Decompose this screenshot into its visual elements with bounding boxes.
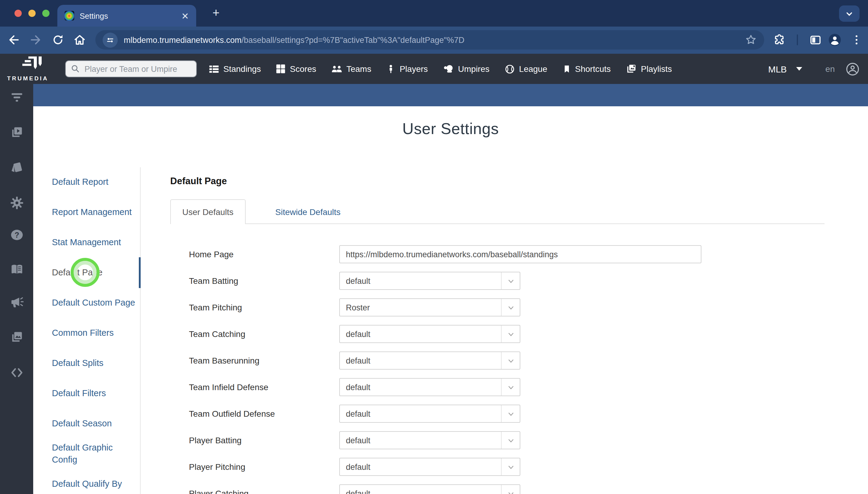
settings-menu-item[interactable]: Default Filters <box>52 379 140 409</box>
select-dropdown[interactable]: Roster <box>339 298 520 317</box>
tab-user-defaults[interactable]: User Defaults <box>170 199 246 224</box>
account-icon[interactable] <box>846 62 860 76</box>
chevron-down-icon <box>501 405 520 422</box>
gallery-icon[interactable] <box>10 330 23 344</box>
trumedia-brand-text[interactable]: TRUMEDIA <box>1 75 54 81</box>
primary-nav: Standings Scores Teams Players Umpires L… <box>209 54 672 84</box>
tab-close-icon[interactable]: ✕ <box>181 11 189 20</box>
code-icon[interactable] <box>10 366 23 379</box>
settings-main: Default Page User Defaults Sitewide Defa… <box>170 106 868 494</box>
settings-menu-item[interactable]: Stat Management <box>52 228 140 258</box>
settings-menu-item[interactable]: Default Page <box>52 258 140 288</box>
nav-shortcuts[interactable]: Shortcuts <box>562 64 611 74</box>
browser-window: Settings ✕ + mlbdemo.trumedianetworks.co… <box>0 0 868 494</box>
select-dropdown[interactable]: default <box>339 378 520 396</box>
field-label: Team Batting <box>189 276 238 286</box>
toolbar-divider <box>797 34 798 45</box>
gear-icon[interactable] <box>10 196 23 210</box>
url-text: mlbdemo.trumedianetworks.com/baseball/se… <box>124 35 465 44</box>
settings-menu-item[interactable]: Default Qualify By <box>52 469 140 494</box>
bookmark-star-icon[interactable] <box>745 34 757 46</box>
filter-icon[interactable] <box>10 91 23 104</box>
teams-icon <box>331 63 342 74</box>
form-row: Team Infield Defense default <box>170 378 825 396</box>
browser-menu-kebab-icon[interactable] <box>850 33 863 46</box>
nav-scores[interactable]: Scores <box>276 64 316 74</box>
help-icon[interactable]: ? <box>10 228 23 242</box>
player-icon <box>386 64 395 74</box>
side-panel-icon[interactable] <box>809 33 822 46</box>
select-dropdown[interactable]: default <box>339 458 520 476</box>
address-bar[interactable]: mlbdemo.trumedianetworks.com/baseball/se… <box>95 30 764 50</box>
active-menu-indicator <box>139 257 141 288</box>
nav-teams[interactable]: Teams <box>331 63 371 74</box>
video-library-icon[interactable] <box>10 126 23 139</box>
browser-tab[interactable]: Settings ✕ <box>57 5 196 26</box>
home-button[interactable] <box>73 33 86 46</box>
section-heading: Default Page <box>170 176 227 187</box>
standings-icon <box>209 64 219 74</box>
league-selector[interactable]: MLB <box>768 64 803 74</box>
window-controls <box>15 10 50 17</box>
nav-players[interactable]: Players <box>386 64 428 74</box>
nav-standings[interactable]: Standings <box>209 64 261 74</box>
trumedia-logo-icon[interactable] <box>22 56 43 74</box>
back-button[interactable] <box>7 33 21 46</box>
megaphone-icon[interactable] <box>10 296 23 309</box>
chevron-down-icon <box>844 8 855 19</box>
select-dropdown[interactable]: default <box>339 431 520 449</box>
scores-icon <box>276 64 286 74</box>
extensions-icon[interactable] <box>773 33 786 46</box>
forward-button[interactable] <box>29 33 42 46</box>
settings-menu-item[interactable]: Default Report <box>52 167 140 197</box>
settings-menu-item[interactable]: Default Splits <box>52 348 140 379</box>
cards-icon[interactable] <box>10 160 23 174</box>
tab-search-button[interactable] <box>839 5 860 22</box>
settings-menu-item[interactable]: Default Custom Page <box>52 288 140 318</box>
book-icon[interactable] <box>10 263 23 276</box>
field-label: Player Batting <box>189 435 241 445</box>
tab-favicon <box>64 11 74 21</box>
text-input[interactable] <box>339 245 702 263</box>
minimize-window-button[interactable] <box>28 10 36 17</box>
reload-button[interactable] <box>51 33 64 46</box>
select-dropdown[interactable]: default <box>339 272 520 290</box>
zoom-window-button[interactable] <box>42 10 50 17</box>
page-header-band <box>33 84 868 106</box>
browser-profile-avatar[interactable] <box>828 33 842 46</box>
settings-menu-item[interactable]: Default Graphic Config <box>52 439 140 469</box>
settings-page: User Settings Default ReportReport Manag… <box>33 106 868 494</box>
site-info-icon[interactable] <box>103 32 118 48</box>
baseball-icon <box>505 64 515 74</box>
close-window-button[interactable] <box>15 10 22 17</box>
field-label: Home Page <box>189 249 234 259</box>
tab-sitewide-defaults[interactable]: Sitewide Defaults <box>275 199 340 224</box>
playlists-icon <box>626 63 637 74</box>
svg-text:?: ? <box>15 231 19 239</box>
umpire-mitt-icon <box>443 63 454 74</box>
global-search-input[interactable]: Player or Team or Umpire <box>65 60 197 77</box>
nav-umpires[interactable]: Umpires <box>443 63 490 74</box>
select-dropdown[interactable]: default <box>339 405 520 423</box>
chevron-down-icon <box>501 272 520 289</box>
settings-menu-item[interactable]: Common Filters <box>52 318 140 348</box>
form-row: Team Batting default <box>170 272 825 290</box>
select-dropdown[interactable]: default <box>339 484 520 494</box>
search-placeholder: Player or Team or Umpire <box>84 64 177 73</box>
form-row: Team Baserunning default <box>170 352 825 369</box>
settings-menu-item[interactable]: Report Management <box>52 197 140 228</box>
field-label: Team Infield Defense <box>189 382 268 392</box>
nav-league[interactable]: League <box>505 64 547 74</box>
form-row: Player Pitching default <box>170 458 825 476</box>
chevron-down-icon <box>501 485 520 494</box>
select-dropdown[interactable]: default <box>339 352 520 369</box>
form-row: Team Pitching Roster <box>170 298 825 317</box>
nav-playlists[interactable]: Playlists <box>626 63 672 74</box>
select-dropdown[interactable]: default <box>339 325 520 343</box>
language-toggle[interactable]: en <box>825 64 835 74</box>
form-row: Team Outfield Defense default <box>170 405 825 423</box>
bookmark-icon <box>562 64 571 74</box>
new-tab-button[interactable]: + <box>213 6 219 20</box>
settings-menu-item[interactable]: Default Season <box>52 409 140 439</box>
menu-divider <box>140 167 141 494</box>
